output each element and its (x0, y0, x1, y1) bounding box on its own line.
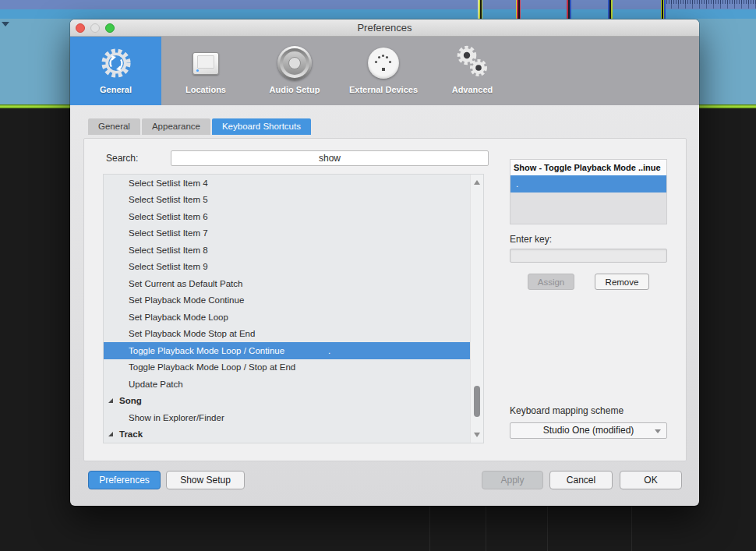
grid-line (631, 506, 632, 551)
key-capture-input[interactable] (510, 249, 667, 263)
tab-appearance[interactable]: Appearance (142, 118, 210, 135)
assigned-keys-title: Show - Toggle Playback Mode ..inue (510, 160, 666, 175)
shortcut-group-row[interactable]: Song (104, 393, 470, 410)
disclosure-triangle-icon[interactable] (108, 432, 113, 436)
shortcut-label: Show in Explorer/Finder (129, 413, 224, 422)
toolbar-item-general[interactable]: General (70, 37, 161, 105)
toolbar-label: External Devices (349, 85, 418, 94)
shortcut-list: Select Setlist Item 4Select Setlist Item… (103, 174, 484, 443)
timeline-marker-line (608, 0, 613, 19)
shortcut-list-item[interactable]: Toggle Playback Mode Loop / Continue. (104, 342, 470, 359)
speaker-icon (277, 43, 312, 83)
shortcut-group-row[interactable]: Track (104, 426, 470, 443)
shortcut-label: Song (119, 396, 142, 405)
shortcut-label: Set Playback Mode Stop at End (129, 329, 255, 338)
shortcut-label: Select Setlist Item 8 (129, 245, 208, 255)
scroll-up-icon[interactable] (474, 180, 480, 185)
mapping-scheme-value: Studio One (modified) (510, 423, 666, 438)
titlebar[interactable]: Preferences (70, 19, 699, 37)
assigned-key-row[interactable] (510, 208, 666, 224)
desktop-background: Preferences General (0, 0, 756, 551)
timeline-marker-line (661, 0, 666, 19)
toolbar-label: Locations (185, 85, 226, 94)
mapping-scheme-select[interactable]: Studio One (modified) (510, 422, 667, 439)
assigned-key-row[interactable]: . (510, 175, 666, 192)
shortcut-list-item[interactable]: Select Setlist Item 4 (104, 175, 470, 192)
cancel-button[interactable]: Cancel (549, 471, 613, 489)
midi-connector-icon (368, 43, 399, 83)
shortcut-list-item[interactable]: Select Setlist Item 5 (104, 192, 470, 209)
key-buttons-row: Assign Remove (510, 274, 667, 290)
chevron-down-icon (655, 429, 661, 433)
timeline-marker-line (478, 0, 482, 19)
shortcut-list-item[interactable]: Toggle Playback Mode Loop / Stop at End (104, 359, 470, 376)
timeline-marker-line (567, 0, 571, 19)
shortcut-list-item[interactable]: Set Current as Default Patch (104, 275, 470, 292)
shortcut-list-item[interactable]: Set Playback Mode Stop at End (104, 326, 470, 343)
assigned-keys-box: Show - Toggle Playback Mode ..inue . (510, 159, 667, 224)
ok-button[interactable]: OK (620, 471, 682, 489)
tab-general[interactable]: General (88, 118, 140, 135)
shortcut-label: Track (119, 429, 143, 439)
toolbar: General Locations Audio Setup (70, 37, 699, 105)
shortcut-list-item[interactable]: Select Setlist Item 7 (104, 225, 470, 242)
shortcut-list-item[interactable]: Select Setlist Item 9 (104, 259, 470, 276)
shortcut-list-item[interactable]: Set Playback Mode Continue (104, 292, 470, 309)
shortcut-label: Set Playback Mode Continue (129, 295, 244, 305)
background-dropdown-arrow-icon (2, 22, 9, 26)
shortcut-label: Select Setlist Item 6 (129, 212, 208, 221)
shortcut-label: Select Setlist Item 5 (129, 195, 208, 204)
shortcut-label: Toggle Playback Mode Loop / Continue (129, 346, 284, 355)
preferences-button[interactable]: Preferences (88, 471, 161, 489)
mapping-scheme-label: Keyboard mapping scheme (510, 405, 624, 416)
scrollbar-thumb[interactable] (474, 386, 480, 417)
toolbar-item-advanced[interactable]: Advanced (428, 37, 517, 105)
timeline-markers (0, 0, 756, 19)
remove-button[interactable]: Remove (595, 274, 649, 290)
toolbar-label: Advanced (452, 85, 493, 94)
timeline-marker-line (516, 0, 521, 19)
assign-button[interactable]: Assign (528, 274, 574, 290)
grid-line (547, 506, 548, 551)
shortcut-label: Select Setlist Item 9 (129, 262, 208, 271)
drive-icon (193, 43, 219, 83)
scroll-down-icon[interactable] (474, 433, 480, 437)
preferences-dialog: Preferences General (70, 19, 699, 506)
tab-keyboard-shortcuts[interactable]: Keyboard Shortcuts (212, 118, 311, 135)
apply-button[interactable]: Apply (482, 471, 543, 489)
shortcut-label: Set Playback Mode Loop (129, 313, 228, 322)
shortcut-list-item[interactable]: Set Playback Mode Loop (104, 309, 470, 326)
toolbar-item-locations[interactable]: Locations (161, 37, 250, 105)
shortcut-key: . (328, 346, 330, 355)
toolbar-label: Audio Setup (270, 85, 320, 94)
grid-line (429, 506, 430, 551)
tab-bar: General Appearance Keyboard Shortcuts (88, 118, 313, 135)
shortcut-list-item[interactable]: Select Setlist Item 6 (104, 208, 470, 225)
shortcut-label: Select Setlist Item 7 (129, 228, 208, 238)
assigned-key-row[interactable] (510, 192, 666, 208)
toolbar-item-external-devices[interactable]: External Devices (339, 37, 428, 105)
toolbar-label: General (100, 85, 132, 94)
show-setup-button[interactable]: Show Setup (166, 471, 245, 489)
shortcut-label: Set Current as Default Patch (129, 279, 242, 288)
list-scrollbar[interactable] (470, 175, 483, 443)
shortcut-label: Update Patch (129, 380, 183, 389)
shortcut-list-item[interactable]: Update Patch (104, 376, 470, 393)
grid-line (486, 506, 486, 551)
shortcut-list-item[interactable]: Show in Explorer/Finder (104, 409, 470, 426)
window-title: Preferences (70, 19, 699, 37)
toolbar-item-audio-setup[interactable]: Audio Setup (250, 37, 339, 105)
gears-icon (454, 43, 490, 83)
shortcut-label: Toggle Playback Mode Loop / Stop at End (129, 362, 295, 372)
gear-sync-icon (98, 43, 134, 83)
search-input[interactable] (171, 150, 489, 166)
shortcut-label: Select Setlist Item 4 (129, 178, 208, 188)
shortcut-list-item[interactable]: Select Setlist Item 8 (104, 242, 470, 259)
search-label: Search: (106, 153, 138, 164)
keyboard-shortcuts-panel: Search: Select Setlist Item 4Select Setl… (83, 138, 687, 461)
enter-key-label: Enter key: (510, 234, 552, 245)
disclosure-triangle-icon[interactable] (108, 398, 113, 403)
